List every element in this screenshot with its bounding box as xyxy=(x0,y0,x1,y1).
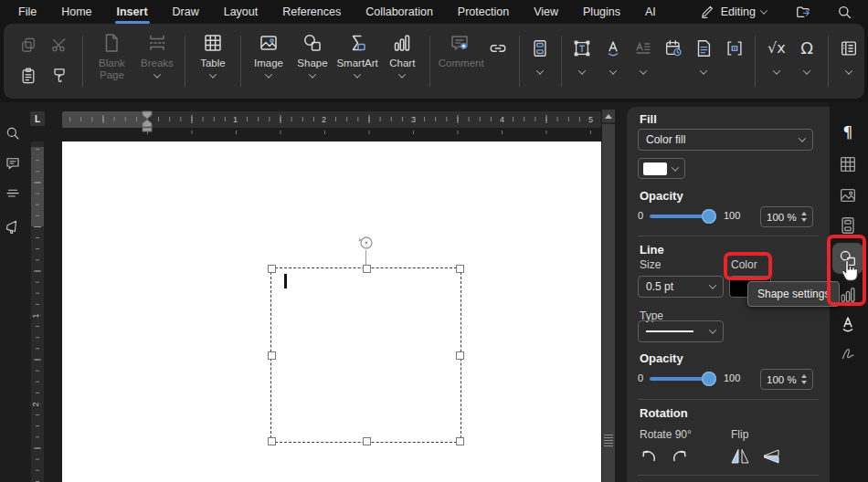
fill-opacity-slider[interactable] xyxy=(650,215,708,218)
menu-file[interactable]: File xyxy=(18,5,37,18)
line-opacity-spinner[interactable]: 100 % xyxy=(760,369,813,390)
image-settings-icon[interactable] xyxy=(838,185,858,205)
find-icon[interactable] xyxy=(5,125,21,141)
document-parts-button[interactable] xyxy=(689,24,719,99)
vertical-ruler[interactable]: 1 2 xyxy=(31,141,44,482)
menu-insert[interactable]: Insert xyxy=(117,5,148,18)
header-footer-button[interactable] xyxy=(525,24,556,99)
table-button[interactable]: Table xyxy=(191,24,235,99)
spinner-down-icon[interactable] xyxy=(801,381,807,384)
menubar-right-controls: Editing xyxy=(699,3,868,21)
menu-references[interactable]: References xyxy=(282,5,341,18)
page-settings-icon[interactable] xyxy=(838,215,858,236)
document-icon xyxy=(693,38,714,58)
table-settings-icon[interactable] xyxy=(838,154,858,174)
resize-handle-sw[interactable] xyxy=(268,437,276,445)
spinner-down-icon[interactable] xyxy=(801,218,807,222)
share-icon[interactable] xyxy=(794,3,812,21)
comments-pane-icon[interactable] xyxy=(5,155,21,172)
chart-button[interactable]: Chart xyxy=(380,24,424,99)
breaks-button[interactable]: Breaks xyxy=(135,24,179,99)
resize-handle-e[interactable] xyxy=(456,351,464,360)
ruler-number: 1 xyxy=(30,313,41,318)
announcement-icon[interactable] xyxy=(4,219,20,236)
image-button[interactable]: Image xyxy=(247,24,291,99)
cut-button[interactable] xyxy=(50,36,69,54)
rotation-handle[interactable] xyxy=(358,235,375,251)
spinner-up-icon[interactable] xyxy=(801,212,807,215)
line-size-dropdown[interactable]: 0.5 pt xyxy=(638,276,724,298)
line-opacity-slider-thumb[interactable] xyxy=(702,372,716,386)
menu-collaboration[interactable]: Collaboration xyxy=(365,5,433,18)
copy-button[interactable] xyxy=(19,36,37,54)
flip-vertical-button[interactable] xyxy=(760,445,782,467)
menu-home[interactable]: Home xyxy=(61,5,91,18)
scrollbar-grip[interactable] xyxy=(604,435,613,446)
scroll-up-button[interactable] xyxy=(602,110,615,122)
line-opacity-value: 100 % xyxy=(767,374,797,385)
vertical-scrollbar[interactable] xyxy=(602,110,615,482)
blank-page-button[interactable]: Blank Page xyxy=(89,24,135,99)
format-painter-button[interactable] xyxy=(50,67,69,85)
spinner-up-icon[interactable] xyxy=(801,374,807,378)
fill-type-dropdown[interactable]: Color fill xyxy=(638,129,813,151)
date-time-button[interactable] xyxy=(659,24,689,99)
document-page[interactable] xyxy=(62,141,601,482)
comment-button[interactable]: Comment xyxy=(436,24,482,99)
fill-opacity-slider-thumb[interactable] xyxy=(702,209,716,224)
resize-handle-w[interactable] xyxy=(268,351,276,360)
resize-handle-se[interactable] xyxy=(456,437,464,445)
ruler-number: 2 xyxy=(320,114,328,125)
search-icon[interactable] xyxy=(836,4,853,21)
menu-layout[interactable]: Layout xyxy=(224,5,259,18)
field-button[interactable] xyxy=(719,24,749,99)
shape-button[interactable]: Shape xyxy=(291,24,334,99)
signature-settings-icon[interactable] xyxy=(838,343,858,363)
line-type-dropdown[interactable] xyxy=(638,320,724,342)
equation-button[interactable]: √x xyxy=(761,24,791,99)
divider xyxy=(638,236,819,236)
ruler-number: 4 xyxy=(498,114,506,125)
flip-horizontal-button[interactable] xyxy=(729,445,751,467)
hyperlink-button[interactable] xyxy=(482,24,513,99)
spinner-arrows[interactable] xyxy=(801,374,807,384)
text-box-button[interactable] xyxy=(567,24,598,99)
fill-color-picker[interactable] xyxy=(638,158,685,179)
selected-shape[interactable] xyxy=(270,267,461,443)
outline-pane-icon[interactable] xyxy=(5,185,21,202)
spinner-arrows[interactable] xyxy=(801,212,807,222)
menu-ai[interactable]: AI xyxy=(645,5,656,18)
wordart-button[interactable] xyxy=(598,24,628,99)
rotate-left-button[interactable] xyxy=(638,445,660,467)
chevron-down-icon xyxy=(640,67,647,74)
resize-handle-nw[interactable] xyxy=(268,265,276,273)
menu-plugins[interactable]: Plugins xyxy=(583,5,620,18)
rotate-right-button[interactable] xyxy=(669,445,691,467)
symbol-button[interactable]: Ω xyxy=(792,24,822,99)
smartart-button[interactable]: SmartArt xyxy=(334,24,380,99)
resize-handle-s[interactable] xyxy=(363,437,371,445)
resize-handle-n[interactable] xyxy=(363,265,371,273)
scrollbar-thumb[interactable] xyxy=(602,124,615,482)
menu-draw[interactable]: Draw xyxy=(173,5,199,18)
menu-view[interactable]: View xyxy=(534,5,558,18)
dictionary-button[interactable] xyxy=(834,24,864,99)
ruler-number: 5 xyxy=(587,114,595,125)
chevron-down-icon xyxy=(672,163,679,171)
line-opacity-slider[interactable] xyxy=(650,377,708,381)
drop-cap-button[interactable] xyxy=(628,24,658,99)
tab-stop-selector[interactable]: L xyxy=(30,111,45,126)
fill-section-title: Fill xyxy=(640,112,657,126)
menu-protection[interactable]: Protection xyxy=(458,5,509,18)
wordart-settings-icon[interactable] xyxy=(838,314,858,334)
editing-mode-button[interactable]: Editing xyxy=(699,4,767,20)
paragraph-settings-icon[interactable]: ¶ xyxy=(838,122,858,142)
line-style-preview xyxy=(646,330,693,332)
hanging-indent-marker[interactable] xyxy=(142,119,153,132)
link-icon xyxy=(488,38,508,58)
chevron-down-icon xyxy=(578,67,586,74)
horizontal-ruler[interactable]: 1 2 3 4 5 xyxy=(62,111,601,128)
resize-handle-ne[interactable] xyxy=(456,265,464,273)
paste-button[interactable] xyxy=(19,67,37,85)
fill-opacity-spinner[interactable]: 100 % xyxy=(760,206,813,227)
